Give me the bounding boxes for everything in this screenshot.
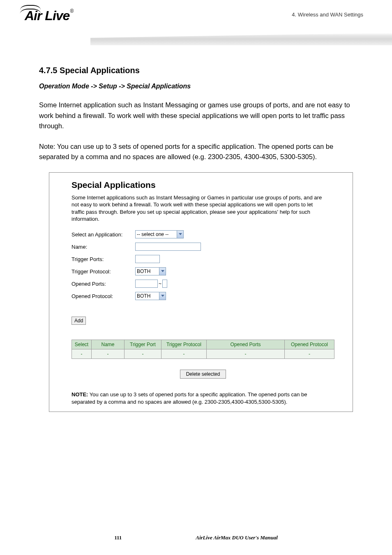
table-row: - - - - - - [72,349,334,359]
select-application-value: -- select one -- [137,231,168,237]
page-content: 4.7.5 Special Applications Operation Mod… [0,49,392,412]
chevron-down-icon [159,268,166,275]
col-trigger-protocol: Trigger Protocol [161,340,207,349]
page-footer: 111 AirLive AirMax DUO User's Manual [0,534,392,541]
row-opened-ports: Opened Ports: ~ [71,280,342,288]
screenshot-title: Special Applications [71,180,342,190]
cell: - [161,349,207,359]
add-button[interactable]: Add [71,317,86,325]
col-trigger-port: Trigger Port [125,340,161,349]
opened-ports-input-b[interactable] [162,280,167,288]
delete-selected-button[interactable]: Delete selected [180,370,226,379]
label-trigger-ports: Trigger Ports: [71,256,135,262]
page-header: Air Live® 4. Wireless and WAN Settings [0,0,392,49]
header-divider [90,33,392,45]
screenshot-description: Some Internet applications such as Insta… [71,194,326,223]
opened-protocol-dropdown[interactable]: BOTH [135,292,166,300]
navigation-path: Operation Mode -> Setup -> Special Appli… [39,83,365,90]
label-name: Name: [71,244,135,250]
page-number: 111 [114,534,122,541]
row-opened-protocol: Opened Protocol: BOTH [71,292,342,300]
label-select-application: Select an Application: [71,231,135,238]
label-trigger-protocol: Trigger Protocol: [71,268,135,275]
chevron-down-icon [177,231,183,238]
cell: - [285,349,334,359]
col-select: Select [72,340,92,349]
opened-ports-input-a[interactable] [135,280,158,288]
embedded-screenshot: Special Applications Some Internet appli… [49,172,353,412]
manual-title: AirLive AirMax DUO User's Manual [196,534,278,541]
label-opened-protocol: Opened Protocol: [71,293,135,299]
chevron-down-icon [159,292,166,300]
opened-protocol-value: BOTH [137,293,150,299]
svg-marker-0 [179,233,182,235]
body-paragraph-2: Note: You can use up to 3 sets of opened… [39,141,365,162]
note-text: You can use up to 3 sets of opened ports… [71,391,307,405]
trigger-ports-input[interactable] [135,255,160,263]
select-application-dropdown[interactable]: -- select one -- [135,230,184,238]
brand-logo: Air Live® [25,8,73,23]
body-paragraph-1: Some Internet application such as Instan… [39,100,365,132]
logo-text: Air Live® [25,8,73,23]
col-name: Name [92,340,125,349]
col-opened-ports: Opened Ports [207,340,285,349]
cell: - [207,349,285,359]
row-trigger-ports: Trigger Ports: [71,255,342,263]
svg-marker-1 [161,270,164,272]
col-opened-protocol: Opened Protocol [285,340,334,349]
row-select-application: Select an Application: -- select one -- [71,230,342,238]
delete-row: Delete selected [71,370,334,379]
note-label: NOTE: [71,391,88,398]
applications-table: Select Name Trigger Port Trigger Protoco… [71,340,334,359]
section-title: 4.7.5 Special Applications [39,66,365,75]
row-name: Name: [71,243,342,251]
cell: - [125,349,161,359]
cell: - [92,349,125,359]
range-separator: ~ [159,281,161,287]
trigger-protocol-value: BOTH [137,268,150,274]
trigger-protocol-dropdown[interactable]: BOTH [135,267,166,275]
screenshot-note: NOTE: You can use up to 3 sets of opened… [71,391,318,406]
cell: - [72,349,92,359]
name-input[interactable] [135,243,201,251]
chapter-breadcrumb: 4. Wireless and WAN Settings [292,12,363,18]
label-opened-ports: Opened Ports: [71,281,135,287]
table-header-row: Select Name Trigger Port Trigger Protoco… [72,340,334,349]
svg-marker-2 [161,295,164,297]
row-trigger-protocol: Trigger Protocol: BOTH [71,267,342,275]
